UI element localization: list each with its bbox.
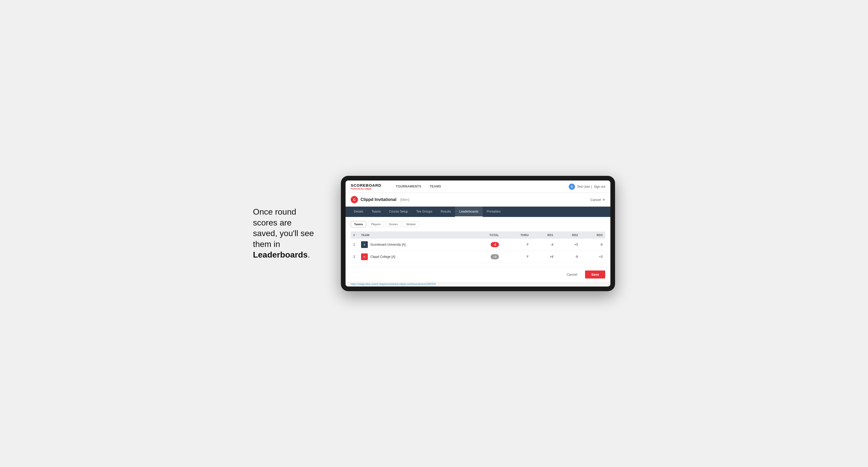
col-thru: THRU (501, 231, 531, 239)
logo-area: SCOREBOARD Powered by clippd (351, 183, 381, 190)
status-bar: https://stage-blue-coach.stagescoreboard… (345, 282, 610, 286)
col-rd2: RD2 (556, 231, 580, 239)
tablet-screen: SCOREBOARD Powered by clippd TOURNAMENTS… (345, 181, 610, 286)
col-rd1: RD1 (531, 231, 556, 239)
rd1-1: -4 (531, 239, 556, 251)
filter-buttons: Teams Players Scores Strokes (351, 221, 605, 227)
user-name: Test User | (577, 185, 592, 188)
tournament-icon: C (351, 196, 358, 203)
filter-players[interactable]: Players (368, 221, 384, 227)
total-cell-2: +3 (469, 251, 501, 263)
content-area: Teams Players Scores Strokes # TEAM TOTA… (345, 217, 610, 267)
left-text-line2: scores are (253, 218, 291, 227)
left-text-line1: Once round (253, 207, 296, 216)
nav-right: S Test User | Sign out (569, 184, 605, 190)
left-text-line4: them in (253, 240, 280, 249)
user-avatar: S (569, 184, 575, 190)
total-cell-1: -5 (469, 239, 501, 251)
tournament-name: Clippd Invitational (361, 197, 397, 202)
filter-strokes[interactable]: Strokes (403, 221, 419, 227)
team-name-1: Scoreboard University [A] (370, 243, 406, 246)
team-logo-2: C (361, 253, 368, 260)
app-logo-title: SCOREBOARD (351, 183, 381, 187)
left-text-period: . (308, 250, 310, 259)
save-button[interactable]: Save (585, 271, 605, 279)
tab-details[interactable]: Details (350, 207, 368, 217)
thru-2: F (501, 251, 531, 263)
tab-printables[interactable]: Printables (483, 207, 505, 217)
team-cell-1: S Scoreboard University [A] (359, 239, 469, 251)
nav-links: TOURNAMENTS TEAMS (392, 181, 445, 193)
filter-scores[interactable]: Scores (385, 221, 401, 227)
leaderboard-table: # TEAM TOTAL THRU RD1 RD2 RD3 1 (351, 231, 605, 263)
sign-out-link[interactable]: Sign out (594, 185, 605, 188)
cancel-button[interactable]: Cancel (561, 271, 582, 279)
team-info-1: S Scoreboard University [A] (361, 241, 466, 248)
table-row: 1 S Scoreboard University [A] -5 F (351, 239, 605, 251)
col-team: TEAM (359, 231, 469, 239)
col-rank: # (351, 231, 359, 239)
tab-tee-groups[interactable]: Tee Groups (412, 207, 436, 217)
score-badge-2: +3 (491, 254, 499, 259)
filter-teams[interactable]: Teams (351, 221, 366, 227)
status-url: https://stage-blue-coach.stagescoreboard… (351, 283, 436, 285)
table-header: # TEAM TOTAL THRU RD1 RD2 RD3 (351, 231, 605, 239)
left-text-block: Once round scores are saved, you'll see … (253, 207, 326, 260)
tournament-header: C Clippd Invitational (Men) Cancel ✕ (345, 193, 610, 207)
rd2-1: +5 (556, 239, 580, 251)
team-cell-2: C Clippd College [A] (359, 251, 469, 263)
rd1-2: +8 (531, 251, 556, 263)
col-total: TOTAL (469, 231, 501, 239)
tab-results[interactable]: Results (436, 207, 455, 217)
rank-2: 2 (351, 251, 359, 263)
thru-1: F (501, 239, 531, 251)
rd3-2: +3 (581, 251, 605, 263)
score-badge-1: -5 (491, 242, 499, 247)
tablet-device: SCOREBOARD Powered by clippd TOURNAMENTS… (341, 176, 615, 291)
tournament-title-area: C Clippd Invitational (Men) (351, 196, 409, 203)
table-row: 2 C Clippd College [A] +3 F (351, 251, 605, 263)
cancel-label: Cancel (590, 198, 601, 202)
nav-teams[interactable]: TEAMS (426, 181, 445, 193)
top-navigation: SCOREBOARD Powered by clippd TOURNAMENTS… (345, 181, 610, 193)
table-body: 1 S Scoreboard University [A] -5 F (351, 239, 605, 263)
rd3-1: -6 (581, 239, 605, 251)
tournament-gender: (Men) (400, 197, 410, 202)
tab-teams[interactable]: Teams (368, 207, 385, 217)
nav-tournaments[interactable]: TOURNAMENTS (392, 181, 426, 193)
tab-leaderboards[interactable]: Leaderboards (455, 207, 483, 217)
modal-footer: Cancel Save (345, 267, 610, 282)
rank-1: 1 (351, 239, 359, 251)
team-info-2: C Clippd College [A] (361, 253, 466, 260)
brand-text: clippd (365, 187, 371, 190)
close-icon[interactable]: ✕ (602, 198, 605, 202)
powered-by-text: Powered by (351, 187, 365, 190)
cancel-button-header[interactable]: Cancel ✕ (590, 198, 605, 202)
left-text-highlight: Leaderboards (253, 250, 308, 259)
rd2-2: -8 (556, 251, 580, 263)
team-logo-1: S (361, 241, 368, 248)
page-wrapper: Once round scores are saved, you'll see … (253, 176, 615, 291)
tab-course-setup[interactable]: Course Setup (385, 207, 412, 217)
left-text-line3: saved, you'll see (253, 228, 314, 238)
col-rd3: RD3 (581, 231, 605, 239)
tab-bar: Details Teams Course Setup Tee Groups Re… (345, 207, 610, 217)
team-name-2: Clippd College [A] (370, 255, 395, 258)
app-logo-subtitle: Powered by clippd (351, 187, 381, 190)
